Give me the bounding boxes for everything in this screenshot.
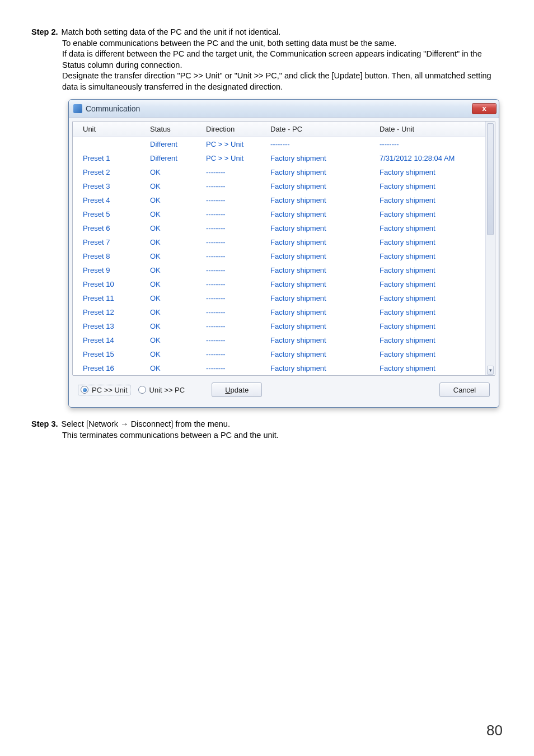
scrollbar-down-icon[interactable]: ▾ <box>487 366 494 375</box>
cell-u: Factory shipment <box>377 363 489 373</box>
table-row[interactable]: Preset 8OK--------Factory shipmentFactor… <box>73 249 485 263</box>
table-row[interactable]: Preset 14OK--------Factory shipmentFacto… <box>73 333 485 347</box>
col-unit[interactable]: Unit <box>81 124 148 134</box>
radio-dot-icon <box>81 386 88 394</box>
radio-unit-to-pc-label: Unit >> PC <box>149 386 185 394</box>
cell-u: Factory shipment <box>377 167 489 177</box>
cell-status: OK <box>148 321 204 331</box>
cell-u: Factory shipment <box>377 223 489 233</box>
close-button[interactable]: x <box>472 103 496 114</box>
col-date-unit[interactable]: Date - Unit <box>377 124 489 134</box>
cell-unit: Preset 2 <box>81 167 148 177</box>
cell-pc: Factory shipment <box>268 181 377 191</box>
cell-pc: Factory shipment <box>268 349 377 359</box>
col-date-pc[interactable]: Date - PC <box>268 124 377 134</box>
app-icon <box>73 104 82 113</box>
cell-status: Different <box>148 153 204 163</box>
cell-direction: -------- <box>204 209 268 219</box>
table-row[interactable]: Preset 3OK--------Factory shipmentFactor… <box>73 179 485 193</box>
cell-direction: -------- <box>204 181 268 191</box>
cell-direction: -------- <box>204 307 268 317</box>
step2-p2: If data is different between the PC and … <box>62 49 503 71</box>
table-row[interactable]: Preset 10OK--------Factory shipmentFacto… <box>73 277 485 291</box>
cell-pc: Factory shipment <box>268 321 377 331</box>
cell-direction: -------- <box>204 349 268 359</box>
cell-status: OK <box>148 167 204 177</box>
radio-pc-to-unit[interactable]: PC >> Unit <box>78 385 130 395</box>
cell-pc: Factory shipment <box>268 251 377 261</box>
table-row[interactable]: Preset 4OK--------Factory shipmentFactor… <box>73 193 485 207</box>
cell-status: OK <box>148 237 204 247</box>
cell-unit: Preset 15 <box>81 349 148 359</box>
cell-direction: -------- <box>204 251 268 261</box>
cell-unit: Preset 14 <box>81 335 148 345</box>
cancel-button-label: Cancel <box>453 386 476 394</box>
cell-unit: Preset 10 <box>81 279 148 289</box>
communication-window: Communication x Unit Status Direction Da… <box>68 99 499 408</box>
table-row[interactable]: Preset 12OK--------Factory shipmentFacto… <box>73 305 485 319</box>
cell-status: OK <box>148 251 204 261</box>
cell-pc: Factory shipment <box>268 153 377 163</box>
cell-unit: Preset 4 <box>81 195 148 205</box>
close-icon: x <box>482 104 486 113</box>
cell-u: 7/31/2012 10:28:04 AM <box>377 153 489 163</box>
radio-unit-to-pc[interactable]: Unit >> PC <box>138 386 185 394</box>
cell-status: OK <box>148 349 204 359</box>
table-row[interactable]: Preset 9OK--------Factory shipmentFactor… <box>73 263 485 277</box>
cell-direction: PC > > Unit <box>204 153 268 163</box>
step3-first: Select [Network → Disconnect] from the m… <box>62 419 230 430</box>
col-status[interactable]: Status <box>148 124 204 134</box>
update-button-hotkey: U <box>225 386 230 394</box>
cell-unit: Preset 7 <box>81 237 148 247</box>
cell-u: Factory shipment <box>377 349 489 359</box>
cell-unit: Preset 8 <box>81 251 148 261</box>
page-number: 80 <box>486 722 503 739</box>
cell-pc: Factory shipment <box>268 279 377 289</box>
listview-header[interactable]: Unit Status Direction Date - PC Date - U… <box>73 122 495 137</box>
cell-unit: Preset 11 <box>81 293 148 303</box>
cell-direction: -------- <box>204 335 268 345</box>
cell-unit: Preset 13 <box>81 321 148 331</box>
cancel-button[interactable]: Cancel <box>439 382 490 397</box>
cell-pc: Factory shipment <box>268 293 377 303</box>
table-row[interactable]: Preset 2OK--------Factory shipmentFactor… <box>73 165 485 179</box>
cell-status: OK <box>148 307 204 317</box>
table-row[interactable]: DifferentPC > > Unit---------------- <box>73 137 485 151</box>
titlebar[interactable]: Communication x <box>69 100 499 118</box>
table-row[interactable]: Preset 1DifferentPC > > UnitFactory ship… <box>73 151 485 165</box>
table-row[interactable]: Preset 5OK--------Factory shipmentFactor… <box>73 207 485 221</box>
cell-unit: Preset 6 <box>81 223 148 233</box>
table-row[interactable]: Preset 11OK--------Factory shipmentFacto… <box>73 291 485 305</box>
table-row[interactable]: Preset 15OK--------Factory shipmentFacto… <box>73 347 485 361</box>
table-row[interactable]: Preset 13OK--------Factory shipmentFacto… <box>73 319 485 333</box>
cell-pc: Factory shipment <box>268 209 377 219</box>
radio-pc-to-unit-label: PC >> Unit <box>92 386 128 394</box>
cell-direction: -------- <box>204 279 268 289</box>
listview: Unit Status Direction Date - PC Date - U… <box>72 121 495 376</box>
cell-status: OK <box>148 363 204 373</box>
cell-u: Factory shipment <box>377 209 489 219</box>
cell-u: Factory shipment <box>377 293 489 303</box>
cell-unit: Preset 12 <box>81 307 148 317</box>
cell-unit: Preset 5 <box>81 209 148 219</box>
cell-pc: Factory shipment <box>268 195 377 205</box>
scrollbar[interactable]: ▾ <box>485 122 495 375</box>
col-direction[interactable]: Direction <box>204 124 268 134</box>
update-button[interactable]: Update <box>212 382 262 397</box>
cell-u: Factory shipment <box>377 279 489 289</box>
cell-status: OK <box>148 195 204 205</box>
cell-status: Different <box>148 139 204 149</box>
cell-direction: -------- <box>204 223 268 233</box>
step3-label: Step 3. <box>31 419 58 430</box>
cell-unit <box>81 139 148 149</box>
cell-direction: PC > > Unit <box>204 139 268 149</box>
scrollbar-thumb[interactable] <box>487 123 494 235</box>
cell-direction: -------- <box>204 237 268 247</box>
cell-status: OK <box>148 279 204 289</box>
table-row[interactable]: Preset 7OK--------Factory shipmentFactor… <box>73 235 485 249</box>
table-row[interactable]: Preset 6OK--------Factory shipmentFactor… <box>73 221 485 235</box>
table-row[interactable]: Preset 16OK--------Factory shipmentFacto… <box>73 361 485 375</box>
step3-block: Step 3. Select [Network → Disconnect] fr… <box>31 419 503 441</box>
cell-pc: Factory shipment <box>268 307 377 317</box>
radio-dot-icon <box>138 386 146 394</box>
